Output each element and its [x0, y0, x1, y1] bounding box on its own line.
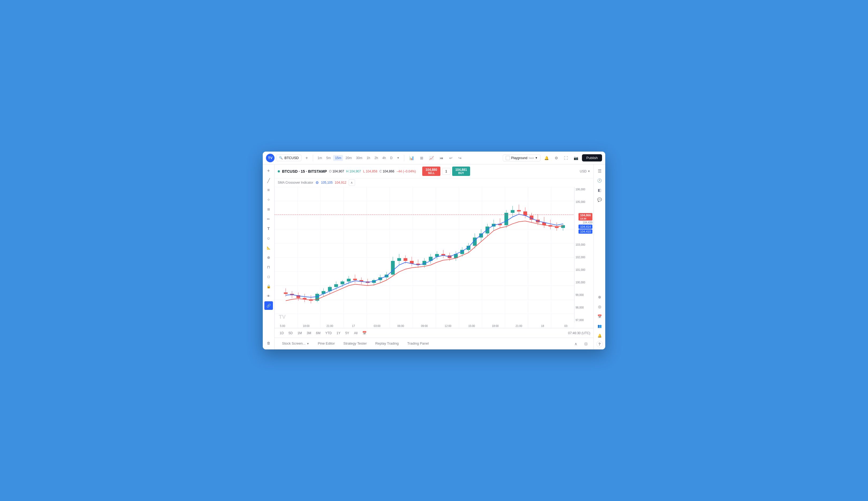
crosshair-sync-button[interactable]: ⊕: [595, 293, 604, 301]
calendar-button[interactable]: 📅: [595, 312, 604, 321]
right-toolbar: ☰ 🕐 ◧ 💬 ⊕ ◎ 📅 👥 🔔 ?: [594, 164, 605, 349]
link-tool[interactable]: 🔗: [264, 301, 273, 310]
ohlc-data: O 104,907 H 104,907 L 104,858 C 104,866 …: [329, 170, 416, 173]
tf-d[interactable]: D: [388, 155, 394, 161]
redo-button[interactable]: ↪: [456, 155, 464, 161]
current-price-badge: 104,86613:30: [578, 213, 593, 221]
lock-tool[interactable]: 🔒: [264, 282, 273, 291]
buy-button[interactable]: 104,881 BUY: [452, 167, 470, 176]
buy-label: BUY: [456, 172, 467, 174]
tab-trading-panel[interactable]: Trading Panel: [403, 339, 433, 348]
tf-2h[interactable]: 2h: [373, 155, 380, 161]
alert-button[interactable]: 🔔: [542, 155, 551, 161]
high-value: 104,907: [349, 170, 361, 173]
indicator-button[interactable]: 📈: [427, 155, 436, 161]
watermark: TV: [279, 314, 286, 320]
eraser-tool[interactable]: ◻: [264, 273, 273, 281]
price-chart[interactable]: [274, 187, 574, 328]
price-106000: 106,000: [576, 188, 593, 191]
panel-collapse-button[interactable]: ∧: [572, 340, 580, 348]
tf-4h[interactable]: 4h: [380, 155, 388, 161]
range-5y[interactable]: 5Y: [343, 330, 351, 336]
bar-style-button[interactable]: 📊: [407, 154, 416, 161]
publish-button[interactable]: Publish: [582, 154, 602, 161]
help-button[interactable]: ?: [596, 341, 603, 347]
price-104414: 104,414: [578, 225, 593, 229]
close-value: 104,866: [383, 170, 394, 173]
sell-button[interactable]: 104,880 SELL: [422, 167, 440, 176]
tf-20m[interactable]: 20m: [344, 155, 354, 161]
zoom-tool[interactable]: ⊕: [264, 253, 273, 262]
quantity-input[interactable]: [442, 168, 451, 175]
tab-pine-editor[interactable]: Pine Editor: [314, 339, 339, 348]
range-ytd[interactable]: YTD: [324, 330, 334, 336]
lines-tool[interactable]: ≡: [264, 186, 273, 194]
settings-button[interactable]: ⚙: [553, 155, 560, 161]
replay-button[interactable]: ⏮: [438, 155, 446, 161]
measure-tool[interactable]: 📐: [264, 244, 273, 252]
price-100000: 100,000: [576, 281, 593, 284]
text-tool[interactable]: T: [264, 224, 273, 233]
tab-strategy-tester[interactable]: Strategy Tester: [339, 339, 371, 348]
logo[interactable]: TV: [266, 154, 274, 162]
fullscreen-button[interactable]: ⛶: [562, 155, 570, 161]
tab-stock-screener[interactable]: Stock Screen... ▼: [278, 339, 314, 348]
range-1y[interactable]: 1Y: [335, 330, 343, 336]
collapse-indicator-button[interactable]: ∧: [349, 179, 355, 186]
low-value: 104,858: [366, 170, 377, 173]
ideas-button[interactable]: 💬: [595, 195, 604, 204]
current-price-labels: 104,86613:30 104,439 104,414 104,410: [576, 213, 593, 234]
add-symbol-button[interactable]: +: [303, 154, 310, 161]
tf-30m[interactable]: 30m: [354, 155, 364, 161]
symbol-search[interactable]: 🔍 BTCUSD: [276, 154, 302, 161]
trash-tool[interactable]: 🗑: [264, 339, 273, 347]
gann-tool[interactable]: ⊹: [264, 195, 273, 204]
tf-1m[interactable]: 1m: [316, 155, 324, 161]
target-button[interactable]: ◎: [595, 302, 604, 311]
range-1m[interactable]: 1M: [296, 330, 304, 336]
range-all[interactable]: All: [352, 330, 359, 336]
watchlist-button[interactable]: ☰: [595, 167, 604, 175]
camera-button[interactable]: 📷: [572, 155, 581, 161]
currency-selector[interactable]: USD ▼: [580, 170, 590, 173]
divider2: [404, 155, 404, 161]
bottom-panel: Stock Screen... ▼ Pine Editor Strategy T…: [274, 338, 594, 349]
range-5d[interactable]: 5D: [286, 330, 294, 336]
crosshair-tool[interactable]: +: [264, 167, 273, 175]
chart-type-button[interactable]: ⊞: [418, 155, 426, 161]
current-time: 07:46:30 (UTC): [568, 331, 590, 335]
undo-button[interactable]: ↩: [447, 155, 454, 161]
tf-more[interactable]: ▼: [395, 155, 401, 160]
layers-button[interactable]: ◧: [595, 186, 604, 194]
eye-tool[interactable]: 👁: [264, 292, 273, 300]
tf-15m[interactable]: 15m: [333, 155, 343, 161]
panel-expand-button[interactable]: ⊡: [582, 340, 590, 348]
line-tool[interactable]: ╱: [264, 176, 273, 185]
pattern-tool[interactable]: ⊞: [264, 205, 273, 214]
users-button[interactable]: 👥: [595, 322, 604, 330]
indicator-value2: 104,912: [335, 181, 346, 184]
price-scale: 106,000 105,000 104,86613:30 104,439 104…: [574, 187, 594, 323]
range-3m[interactable]: 3M: [305, 330, 313, 336]
symbol-status-dot: [278, 170, 280, 172]
brush-tool[interactable]: ✏: [264, 215, 273, 223]
tf-5m[interactable]: 5m: [324, 155, 333, 161]
open-label: O 104,907: [329, 170, 344, 173]
tf-1h[interactable]: 1h: [365, 155, 372, 161]
range-1d[interactable]: 1D: [278, 330, 285, 336]
magnet-tool[interactable]: ⊓: [264, 263, 273, 271]
symbol-name: BTCUSD · 15 · BITSTAMP: [282, 169, 327, 173]
emoji-tool[interactable]: ☺: [264, 234, 273, 243]
chart-canvas-area[interactable]: 106,000 105,000 104,86613:30 104,439 104…: [274, 187, 594, 328]
tab-replay-trading[interactable]: Replay Trading: [371, 339, 403, 348]
alert-right-button[interactable]: 🔔: [595, 331, 604, 340]
range-6m[interactable]: 6M: [314, 330, 322, 336]
playground-icon: [506, 156, 510, 160]
playground-button[interactable]: Playground Save ▼: [503, 154, 541, 161]
symbol-label: BTCUSD: [284, 156, 299, 160]
history-button[interactable]: 🕐: [595, 176, 604, 185]
indicator-name: SMA Crossover Indicator: [278, 181, 313, 184]
date-range-picker[interactable]: 📅: [360, 330, 368, 336]
price-98000: 98,000: [576, 306, 593, 309]
sell-price: 104,880: [426, 168, 437, 172]
